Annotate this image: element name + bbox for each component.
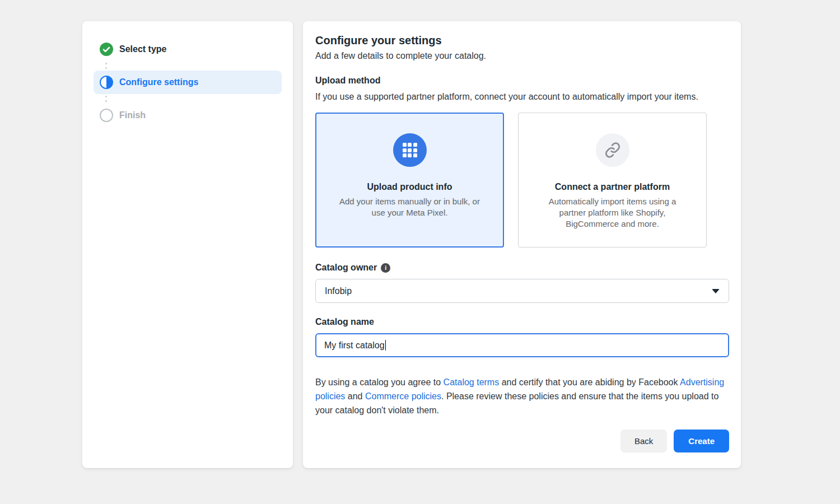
check-circle-icon [100, 43, 113, 56]
catalog-owner-value: Infobip [325, 286, 352, 296]
step-finish[interactable]: Finish [94, 104, 282, 127]
option-description: Automatically import items using a partn… [534, 196, 690, 230]
step-label: Configure settings [119, 77, 198, 87]
link-icon [596, 133, 629, 167]
upload-method-heading: Upload method [315, 75, 729, 86]
upload-method-options: Upload product info Add your items manua… [315, 113, 729, 248]
text-cursor [385, 340, 386, 351]
catalog-owner-label-row: Catalog owner i [315, 263, 729, 273]
chevron-down-icon [712, 289, 720, 293]
catalog-name-label: Catalog name [315, 317, 374, 327]
step-connector-dots [105, 63, 282, 69]
configure-settings-panel: Configure your settings Add a few detail… [303, 21, 741, 468]
back-button[interactable]: Back [620, 430, 667, 452]
upload-method-description: If you use a supported partner platform,… [315, 90, 702, 104]
catalog-name-input[interactable]: My first catalog [315, 333, 729, 357]
page-subtitle: Add a few details to complete your catal… [315, 50, 729, 62]
option-upload-product-info[interactable]: Upload product info Add your items manua… [315, 113, 504, 248]
catalog-terms-link[interactable]: Catalog terms [444, 377, 500, 387]
page: Select type Configure settings Finish Co… [0, 0, 840, 468]
step-configure-settings[interactable]: Configure settings [94, 71, 282, 94]
legal-segment: By using a catalog you agree to [315, 377, 444, 387]
option-connect-partner-platform[interactable]: Connect a partner platform Automatically… [518, 113, 707, 248]
create-button[interactable]: Create [674, 430, 729, 452]
half-filled-circle-icon [100, 76, 113, 89]
option-title: Connect a partner platform [534, 182, 690, 192]
wizard-steps-panel: Select type Configure settings Finish [82, 21, 293, 468]
legal-segment: and certify that you are abiding by Face… [499, 377, 680, 387]
info-icon[interactable]: i [381, 263, 390, 273]
legal-segment: and [345, 391, 365, 401]
grid-icon [393, 133, 427, 167]
step-label: Finish [119, 110, 146, 120]
catalog-name-value: My first catalog [324, 340, 385, 351]
footer-actions: Back Create [315, 430, 729, 452]
step-connector-dots [105, 96, 282, 102]
option-description: Add your items manually or in bulk, or u… [332, 196, 488, 218]
step-label: Select type [119, 44, 166, 54]
catalog-owner-label: Catalog owner [315, 263, 377, 273]
catalog-name-label-row: Catalog name [315, 317, 729, 327]
step-select-type[interactable]: Select type [94, 38, 282, 61]
catalog-owner-select[interactable]: Infobip [315, 279, 729, 303]
option-title: Upload product info [332, 182, 488, 192]
page-title: Configure your settings [315, 34, 729, 47]
commerce-policies-link[interactable]: Commerce policies [365, 391, 441, 401]
legal-text: By using a catalog you agree to Catalog … [315, 375, 729, 417]
empty-circle-icon [100, 109, 113, 122]
